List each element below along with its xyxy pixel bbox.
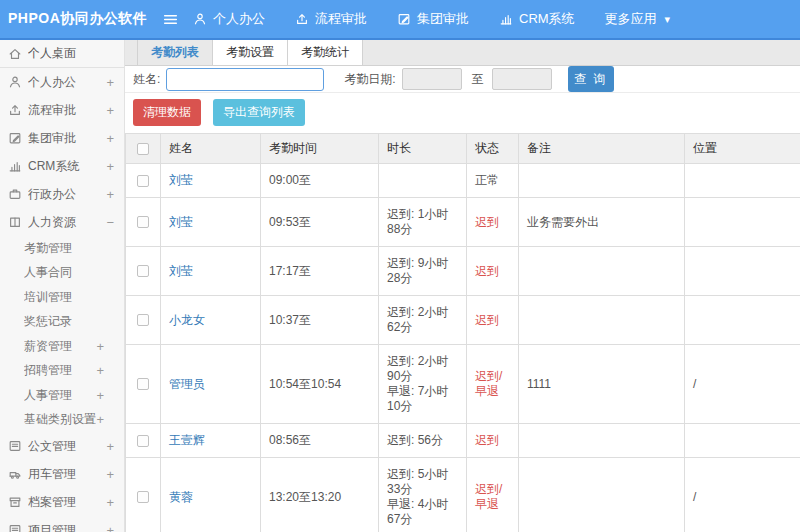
nav-item-crm-system[interactable]: CRM系统: [499, 10, 575, 28]
sidebar-item-project-management[interactable]: 项目管理+: [0, 516, 124, 532]
row-checkbox[interactable]: [137, 314, 149, 326]
employee-name-link[interactable]: 王壹辉: [169, 433, 205, 447]
row-checkbox[interactable]: [137, 435, 149, 447]
to-label: 至: [472, 71, 484, 88]
expand-toggle-icon[interactable]: +: [96, 339, 104, 354]
expand-toggle-icon[interactable]: +: [106, 131, 114, 146]
table-row: 黄蓉13:20至13:20迟到: 5小时33分早退: 4小时67分迟到/早退/: [126, 458, 800, 532]
sidebar-item-label: 用车管理: [28, 466, 106, 483]
sidebar-item-personnel-management[interactable]: 人事管理+: [0, 383, 124, 408]
sidebar-item-human-resources[interactable]: 人力资源−: [0, 208, 124, 236]
nav-item-workflow-approval[interactable]: 流程审批: [295, 10, 367, 28]
status-badge: 迟到: [475, 433, 499, 447]
name-cell: 刘莹: [161, 247, 261, 296]
status-cell: 迟到: [467, 424, 519, 458]
tab-attendance-settings[interactable]: 考勤设置: [213, 40, 288, 65]
column-header: 位置: [685, 134, 800, 164]
date-from-input[interactable]: [402, 68, 462, 90]
expand-toggle-icon[interactable]: +: [106, 495, 114, 510]
sidebar-item-training-management[interactable]: 培训管理: [0, 285, 124, 310]
row-checkbox-cell: [126, 247, 161, 296]
duration-line: 迟到: 5小时33分: [387, 467, 460, 497]
share-icon: [8, 103, 23, 117]
expand-toggle-icon[interactable]: +: [106, 75, 114, 90]
duration-line: 早退: 7小时10分: [387, 384, 460, 414]
attendance-time-cell: 09:00至: [261, 164, 379, 198]
expand-toggle-icon[interactable]: +: [96, 363, 104, 378]
sidebar-item-salary-management[interactable]: 薪资管理+: [0, 334, 124, 359]
main-content: 考勤列表考勤设置考勤统计 姓名: 考勤日期: 至 查 询 清理数据 导出查询列表…: [125, 40, 800, 532]
expand-toggle-icon[interactable]: +: [106, 159, 114, 174]
sidebar-item-crm-system[interactable]: CRM系统+: [0, 152, 124, 180]
employee-name-link[interactable]: 小龙女: [169, 313, 205, 327]
attendance-time-cell: 10:37至: [261, 296, 379, 345]
tab-attendance-list[interactable]: 考勤列表: [137, 40, 213, 65]
row-checkbox-cell: [126, 424, 161, 458]
expand-toggle-icon[interactable]: +: [106, 103, 114, 118]
sidebar-item-group-approval[interactable]: 集团审批+: [0, 124, 124, 152]
status-cell: 迟到/早退: [467, 345, 519, 424]
car-icon: [8, 467, 23, 481]
expand-toggle-icon[interactable]: +: [106, 523, 114, 532]
sidebar-item-workflow-approval[interactable]: 流程审批+: [0, 96, 124, 124]
name-input[interactable]: [166, 68, 324, 91]
table-row: 小龙女10:37至迟到: 2小时62分迟到: [126, 296, 800, 345]
select-all-checkbox[interactable]: [137, 143, 149, 155]
sidebar-item-recruitment-management[interactable]: 招聘管理+: [0, 359, 124, 384]
employee-name-link[interactable]: 刘莹: [169, 264, 193, 278]
sidebar-item-vehicle-management[interactable]: 用车管理+: [0, 460, 124, 488]
sidebar-item-admin-office[interactable]: 行政办公+: [0, 180, 124, 208]
edit-icon: [397, 12, 411, 26]
expand-toggle-icon[interactable]: +: [96, 388, 104, 403]
sidebar-item-base-category-settings[interactable]: 基础类别设置+: [0, 408, 124, 433]
duration-cell: 迟到: 2小时62分: [379, 296, 467, 345]
expand-toggle-icon[interactable]: +: [96, 412, 104, 427]
expand-toggle-icon[interactable]: +: [106, 187, 114, 202]
nav-item-group-approval[interactable]: 集团审批: [397, 10, 469, 28]
date-to-input[interactable]: [492, 68, 552, 90]
query-button[interactable]: 查 询: [568, 66, 614, 92]
location-cell: [685, 164, 800, 198]
sidebar-item-personal-office[interactable]: 个人办公+: [0, 68, 124, 96]
hamburger-menu-icon[interactable]: [162, 11, 179, 28]
sidebar-item-attendance-management[interactable]: 考勤管理: [0, 236, 124, 261]
employee-name-link[interactable]: 管理员: [169, 377, 205, 391]
row-checkbox[interactable]: [137, 491, 149, 503]
sidebar-item-label: 行政办公: [28, 186, 106, 203]
tab-attendance-statistics[interactable]: 考勤统计: [288, 40, 363, 65]
sidebar-item-archive-management[interactable]: 档案管理+: [0, 488, 124, 516]
location-cell: /: [685, 345, 800, 424]
employee-name-link[interactable]: 刘莹: [169, 215, 193, 229]
name-cell: 小龙女: [161, 296, 261, 345]
expand-toggle-icon[interactable]: +: [106, 467, 114, 482]
row-checkbox[interactable]: [137, 265, 149, 277]
sidebar-item-reward-punishment[interactable]: 奖惩记录: [0, 310, 124, 335]
expand-toggle-icon[interactable]: +: [106, 439, 114, 454]
name-cell: 黄蓉: [161, 458, 261, 532]
export-list-button[interactable]: 导出查询列表: [213, 99, 305, 126]
duration-cell: 迟到: 56分: [379, 424, 467, 458]
row-checkbox[interactable]: [137, 216, 149, 228]
sidebar-item-document-management[interactable]: 公文管理+: [0, 432, 124, 460]
chart-icon: [499, 12, 513, 26]
status-badge: 迟到/早退: [475, 369, 502, 398]
employee-name-link[interactable]: 刘莹: [169, 173, 193, 187]
location-cell: /: [685, 458, 800, 532]
employee-name-link[interactable]: 黄蓉: [169, 490, 193, 504]
sidebar-item-label: 人力资源: [28, 214, 106, 231]
clean-data-button[interactable]: 清理数据: [133, 99, 201, 126]
nav-item-more-apps[interactable]: 更多应用▾: [605, 10, 671, 28]
nav-item-label: CRM系统: [519, 10, 575, 28]
sidebar-item-label: 公文管理: [28, 438, 106, 455]
status-cell: 正常: [467, 164, 519, 198]
row-checkbox[interactable]: [137, 175, 149, 187]
sidebar-item-hr-contract[interactable]: 人事合同: [0, 261, 124, 286]
nav-item-personal-office[interactable]: 个人办公: [193, 10, 265, 28]
doc-icon: [8, 439, 23, 453]
sidebar-item-personal-desktop[interactable]: 个人桌面: [0, 40, 124, 68]
duration-cell: 迟到: 9小时28分: [379, 247, 467, 296]
expand-toggle-icon[interactable]: −: [106, 215, 114, 230]
row-checkbox-cell: [126, 458, 161, 532]
app-logo: PHPOA协同办公软件: [0, 10, 158, 28]
row-checkbox[interactable]: [137, 378, 149, 390]
